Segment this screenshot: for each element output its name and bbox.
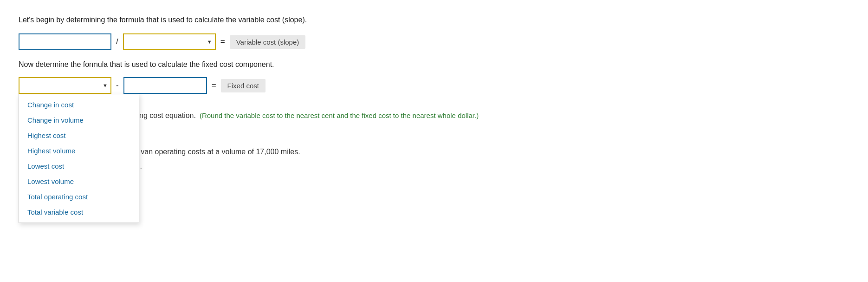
dropdown-item-change-in-cost[interactable]: Change in cost (19, 97, 139, 112)
dropdown-item-change-in-volume[interactable]: Change in volume (19, 112, 139, 128)
variable-cost-formula-row: / Change in cost Change in volume Highes… (19, 33, 849, 50)
dropdown-item-total-variable-cost[interactable]: Total variable cost (19, 204, 139, 220)
rounding-note: (Round the variable cost to the nearest … (200, 111, 479, 119)
equals-operator-2: = (212, 81, 216, 90)
divide-operator: / (116, 37, 118, 46)
dropdown-arrow-icon: ▼ (103, 83, 108, 88)
dropdown-item-lowest-cost[interactable]: Lowest cost (19, 158, 139, 174)
dropdown-item-highest-cost[interactable]: Highest cost (19, 128, 139, 143)
dropdown-item-lowest-volume[interactable]: Lowest volume (19, 174, 139, 189)
variable-cost-result-label: Variable cost (slope) (230, 35, 306, 49)
variable-cost-denominator-select-wrapper[interactable]: Change in cost Change in volume Highest … (123, 33, 216, 50)
predict-suffix: . (140, 162, 142, 171)
dropdown-item-highest-volume[interactable]: Highest volume (19, 143, 139, 158)
variable-cost-denominator-select[interactable]: Change in cost Change in volume Highest … (123, 33, 216, 50)
minus-operator: - (116, 81, 119, 90)
equals-operator-1: = (220, 37, 225, 46)
fixed-cost-select-trigger[interactable]: ▼ (19, 77, 111, 94)
intro-line1: Let's begin by determining the formula t… (19, 16, 849, 24)
fixed-cost-formula-row: ▼ Change in cost Change in volume Highes… (19, 77, 266, 94)
fixed-cost-dropdown-container[interactable]: ▼ Change in cost Change in volume Highes… (19, 77, 111, 94)
fixed-cost-result-label: Fixed cost (221, 79, 266, 92)
variable-cost-numerator-input[interactable] (19, 33, 111, 50)
fixed-cost-subtrahend-input[interactable] (123, 77, 207, 94)
fixed-cost-intro-text: Now determine the formula that is used t… (19, 60, 849, 69)
dropdown-item-total-operating-cost[interactable]: Total operating cost (19, 189, 139, 204)
fixed-cost-dropdown-menu[interactable]: Change in cost Change in volume Highest … (19, 94, 139, 223)
